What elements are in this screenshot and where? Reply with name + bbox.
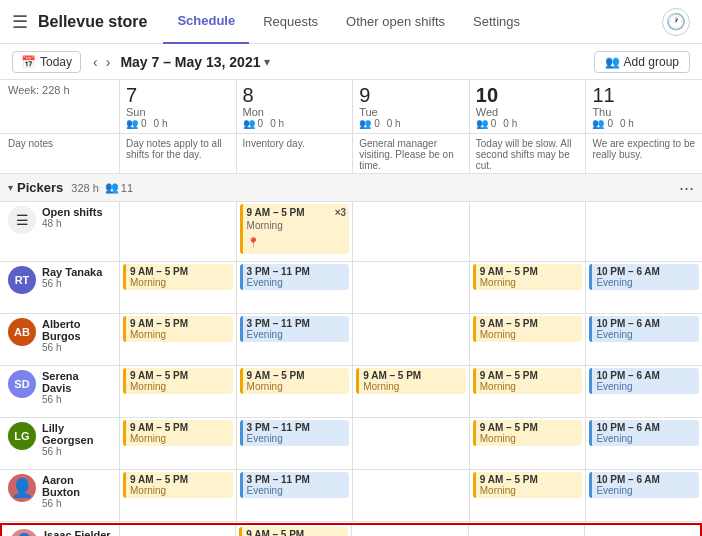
tab-open-shifts[interactable]: Other open shifts	[332, 0, 459, 44]
nav-tabs: Schedule Requests Other open shifts Sett…	[163, 0, 534, 44]
day-number-10: 10	[476, 84, 580, 106]
open-shift-count: ×3	[335, 206, 346, 219]
shift-isaac-7[interactable]	[120, 525, 236, 536]
shift-alberto-10[interactable]: 9 AM – 5 PM Morning	[470, 314, 587, 365]
people-group-icon: 👥	[105, 181, 119, 194]
day-meta-11: 👥 0 0 h	[592, 118, 696, 129]
hamburger-icon[interactable]: ☰	[12, 11, 28, 33]
day-note-9: General manager visiting. Please be on t…	[353, 134, 470, 173]
day-note-11: We are expecting to be really busy.	[586, 134, 702, 173]
today-label: Today	[40, 55, 72, 69]
emp-hours-ray: 56 h	[42, 278, 102, 289]
people-icon-8: 👥	[243, 118, 255, 129]
day-note-8: Inventory day.	[237, 134, 354, 173]
history-icon[interactable]: 🕐	[662, 8, 690, 36]
shift-aaron-9[interactable]	[353, 470, 470, 521]
shift-lilly-8[interactable]: 3 PM – 11 PM Evening	[237, 418, 354, 469]
open-shift-cell-11[interactable]	[586, 202, 702, 261]
shift-isaac-11[interactable]	[585, 525, 700, 536]
shift-alberto-9[interactable]	[353, 314, 470, 365]
shift-aaron-7[interactable]: 9 AM – 5 PM Morning	[120, 470, 237, 521]
date-range[interactable]: May 7 – May 13, 2021	[120, 54, 260, 70]
group-header: ▾ Pickers 328 h 👥 11 ···	[0, 174, 702, 202]
shift-alberto-11[interactable]: 10 PM – 6 AM Evening	[586, 314, 702, 365]
day-meta-8: 👥 0 0 h	[243, 118, 347, 129]
emp-name-ray: Ray Tanaka	[42, 266, 102, 278]
add-group-button[interactable]: 👥 Add group	[594, 51, 690, 73]
shift-isaac-9[interactable]	[352, 525, 468, 536]
shift-serena-11[interactable]: 10 PM – 6 AM Evening	[586, 366, 702, 417]
open-shift-cell-7[interactable]	[120, 202, 237, 261]
employee-row-isaac: 👤 Isaac Fielder Redmond store 8 h 9 AM –…	[0, 523, 702, 536]
group-name: Pickers	[17, 180, 63, 195]
shift-aaron-11[interactable]: 10 PM – 6 AM Evening	[586, 470, 702, 521]
day-meta-10: 👥 0 0 h	[476, 118, 580, 129]
shift-block-ray-8-evening[interactable]: 3 PM – 11 PM Evening	[240, 264, 350, 290]
open-shifts-name: Open shifts	[42, 206, 103, 218]
tab-schedule[interactable]: Schedule	[163, 0, 249, 44]
open-shifts-info: ☰ Open shifts 48 h	[0, 202, 120, 261]
emp-info-lilly: LG Lilly Georgsen 56 h	[0, 418, 120, 469]
people-icon-9: 👥	[359, 118, 371, 129]
day-number-9: 9	[359, 84, 463, 106]
app-title: Bellevue store	[38, 13, 147, 31]
day-meta-7: 👥 0 0 h	[126, 118, 230, 129]
next-arrow[interactable]: ›	[102, 52, 115, 72]
employee-row-serena: SD Serena Davis 56 h 9 AM – 5 PM Morning…	[0, 366, 702, 418]
emp-name-aaron: Aaron Buxton	[42, 474, 111, 498]
day-header-7: 7 Sun 👥 0 0 h	[120, 80, 237, 133]
prev-arrow[interactable]: ‹	[89, 52, 102, 72]
day-name-10: Wed	[476, 106, 580, 118]
shift-serena-10[interactable]: 9 AM – 5 PM Morning	[470, 366, 587, 417]
open-shift-time: 9 AM – 5 PM	[247, 206, 346, 219]
chevron-down-icon[interactable]: ▾	[264, 55, 270, 69]
emp-hours-lilly: 56 h	[42, 446, 111, 457]
shift-ray-11[interactable]: 10 PM – 6 AM Evening	[586, 262, 702, 313]
day-header-9: 9 Tue 👥 0 0 h	[353, 80, 470, 133]
group-people: 11	[121, 182, 133, 194]
open-shift-block-8[interactable]: 9 AM – 5 PM Morning ×3 📍	[240, 204, 350, 254]
today-button[interactable]: 📅 Today	[12, 51, 81, 73]
shift-alberto-8[interactable]: 3 PM – 11 PM Evening	[237, 314, 354, 365]
shift-serena-7[interactable]: 9 AM – 5 PM Morning	[120, 366, 237, 417]
shift-block-ray-7-morning[interactable]: 9 AM – 5 PM Morning	[123, 264, 233, 290]
avatar-lilly: LG	[8, 422, 36, 450]
day-note-7: Day notes apply to all shifts for the da…	[120, 134, 237, 173]
emp-hours-serena: 56 h	[42, 394, 111, 405]
shift-serena-8[interactable]: 9 AM – 5 PM Morning	[237, 366, 354, 417]
shift-ray-10[interactable]: 9 AM – 5 PM Morning	[470, 262, 587, 313]
emp-info-ray: RT Ray Tanaka 56 h	[0, 262, 120, 313]
employee-row-aaron: 👤 Aaron Buxton 56 h 9 AM – 5 PM Morning …	[0, 470, 702, 522]
group-chevron-icon[interactable]: ▾	[8, 182, 13, 193]
shift-block-ray-10-morning[interactable]: 9 AM – 5 PM Morning	[473, 264, 583, 290]
shift-serena-9[interactable]: 9 AM – 5 PM Morning	[353, 366, 470, 417]
shift-ray-8[interactable]: 3 PM – 11 PM Evening	[237, 262, 354, 313]
shift-lilly-10[interactable]: 9 AM – 5 PM Morning	[470, 418, 587, 469]
shift-aaron-8[interactable]: 3 PM – 11 PM Evening	[237, 470, 354, 521]
shift-alberto-7[interactable]: 9 AM – 5 PM Morning	[120, 314, 237, 365]
shift-ray-9[interactable]	[353, 262, 470, 313]
tab-settings[interactable]: Settings	[459, 0, 534, 44]
shift-lilly-9[interactable]	[353, 418, 470, 469]
open-shift-cell-9[interactable]	[353, 202, 470, 261]
shift-block-ray-11-night[interactable]: 10 PM – 6 AM Evening	[589, 264, 699, 290]
open-shifts-hours: 48 h	[42, 218, 103, 229]
employee-row-ray: RT Ray Tanaka 56 h 9 AM – 5 PM Morning 3…	[0, 262, 702, 314]
day-notes-label-cell: Day notes	[0, 134, 120, 173]
open-shifts-row: ☰ Open shifts 48 h 9 AM – 5 PM Morning ×…	[0, 202, 702, 262]
shift-block-isaac-8[interactable]: 9 AM – 5 PM Morning	[239, 527, 348, 536]
shift-lilly-11[interactable]: 10 PM – 6 AM Evening	[586, 418, 702, 469]
group-more-icon[interactable]: ···	[679, 179, 694, 197]
shift-isaac-8[interactable]: 9 AM – 5 PM Morning	[236, 525, 352, 536]
tab-requests[interactable]: Requests	[249, 0, 332, 44]
shift-aaron-10[interactable]: 9 AM – 5 PM Morning	[470, 470, 587, 521]
shift-lilly-7[interactable]: 9 AM – 5 PM Morning	[120, 418, 237, 469]
week-header-cell: Week: 228 h	[0, 80, 120, 133]
open-shift-cell-10[interactable]	[470, 202, 587, 261]
emp-name-alberto: Alberto Burgos	[42, 318, 111, 342]
open-shift-cell-8[interactable]: 9 AM – 5 PM Morning ×3 📍	[237, 202, 354, 261]
shift-ray-7[interactable]: 9 AM – 5 PM Morning	[120, 262, 237, 313]
day-name-9: Tue	[359, 106, 463, 118]
shift-isaac-10[interactable]	[469, 525, 585, 536]
emp-hours-aaron: 56 h	[42, 498, 111, 509]
